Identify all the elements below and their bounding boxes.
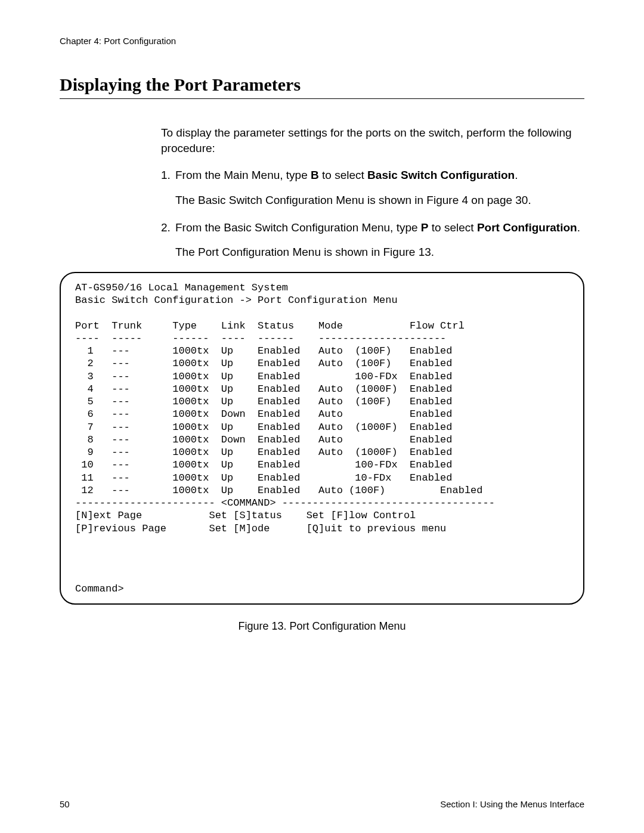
table-row: 3 --- 1000tx Up Enabled 100-FDx Enabled xyxy=(75,370,569,383)
page-footer: 50 Section I: Using the Menus Interface xyxy=(60,799,584,809)
chapter-header: Chapter 4: Port Configuration xyxy=(60,36,584,46)
table-row: 1 --- 1000tx Up Enabled Auto (100F) Enab… xyxy=(75,345,569,357)
table-row: 6 --- 1000tx Down Enabled Auto Enabled xyxy=(75,408,569,420)
step-suffix: . xyxy=(577,221,580,234)
step-text-pre: From the Basic Switch Configuration Menu… xyxy=(175,221,421,234)
table-row: 4 --- 1000tx Up Enabled Auto (1000F) Ena… xyxy=(75,383,569,395)
step-1: 1. From the Main Menu, type B to select … xyxy=(161,168,584,183)
step-text-mid: to select xyxy=(319,169,367,181)
table-row: 11 --- 1000tx Up Enabled 10-FDx Enabled xyxy=(75,472,569,484)
page-title: Displaying the Port Parameters xyxy=(60,75,584,95)
step-text: From the Basic Switch Configuration Menu… xyxy=(175,220,584,236)
terminal-breadcrumb: Basic Switch Configuration -> Port Confi… xyxy=(75,294,569,306)
table-row: 8 --- 1000tx Down Enabled Auto Enabled xyxy=(75,433,569,446)
step-suffix: . xyxy=(515,169,518,181)
table-sep-row: ---- ----- ------ ---- ------ ----------… xyxy=(75,332,569,345)
step-2: 2. From the Basic Switch Configuration M… xyxy=(161,220,584,236)
figure-caption: Figure 13. Port Configuration Menu xyxy=(60,620,584,633)
table-row: 7 --- 1000tx Up Enabled Auto (1000F) Ena… xyxy=(75,421,569,433)
table-row: 9 --- 1000tx Up Enabled Auto (1000F) Ena… xyxy=(75,446,569,459)
intro-paragraph: To display the parameter settings for th… xyxy=(161,125,584,156)
terminal-command-sep: ----------------------- <COMMAND> ------… xyxy=(75,497,569,509)
step-1-sub: The Basic Switch Configuration Menu is s… xyxy=(175,193,584,208)
body-column: To display the parameter settings for th… xyxy=(161,125,584,260)
table-row: 2 --- 1000tx Up Enabled Auto (100F) Enab… xyxy=(75,357,569,370)
step-text: From the Main Menu, type B to select Bas… xyxy=(175,168,584,183)
terminal-title: AT-GS950/16 Local Management System xyxy=(75,281,569,294)
title-divider xyxy=(60,98,584,99)
step-text-mid: to select xyxy=(429,221,477,234)
step-key: B xyxy=(311,169,319,181)
terminal-frame: AT-GS950/16 Local Management SystemBasic… xyxy=(60,272,584,605)
step-number: 2. xyxy=(161,220,175,236)
step-key: P xyxy=(421,221,429,234)
page: Chapter 4: Port Configuration Displaying… xyxy=(0,0,644,833)
step-bold: Basic Switch Configuration xyxy=(367,169,515,181)
section-label: Section I: Using the Menus Interface xyxy=(440,799,584,809)
table-row: 10 --- 1000tx Up Enabled 100-FDx Enabled xyxy=(75,459,569,471)
terminal-prompt: Command> xyxy=(75,583,569,595)
step-number: 1. xyxy=(161,168,175,183)
terminal-commands: [N]ext Page Set [S]tatus Set [F]low Cont… xyxy=(75,509,569,535)
table-body: 1 --- 1000tx Up Enabled Auto (100F) Enab… xyxy=(75,345,569,497)
page-number: 50 xyxy=(60,799,70,809)
step-2-sub: The Port Configuration Menu is shown in … xyxy=(175,244,584,260)
table-row: 12 --- 1000tx Up Enabled Auto (100F) Ena… xyxy=(75,484,569,497)
step-bold: Port Configuration xyxy=(477,221,577,234)
table-header-row: Port Trunk Type Link Status Mode Flow Ct… xyxy=(75,320,569,332)
table-row: 5 --- 1000tx Up Enabled Auto (100F) Enab… xyxy=(75,395,569,408)
step-text-pre: From the Main Menu, type xyxy=(175,169,311,181)
